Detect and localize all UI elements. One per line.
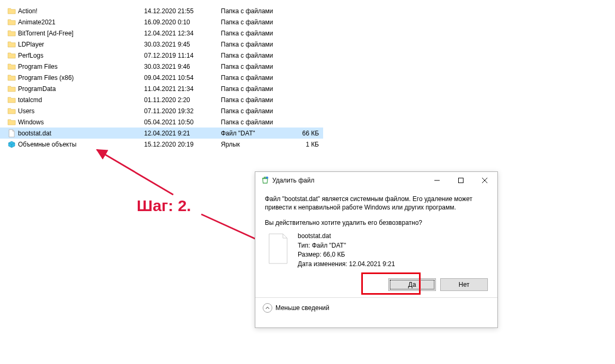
file-type: Папка с файлами	[221, 85, 290, 93]
recycle-bin-icon	[261, 176, 269, 185]
file-name: Program Files (x86)	[17, 74, 144, 81]
folder-icon	[6, 118, 17, 126]
file-icon	[265, 232, 291, 266]
file-type: Папка с файлами	[221, 107, 290, 115]
dialog-footer: Меньше сведений	[255, 297, 497, 318]
file-row[interactable]: Users07.11.2020 19:32Папка с файлами	[0, 105, 323, 116]
file-row[interactable]: Program Files (x86)09.04.2021 10:54Папка…	[0, 72, 323, 83]
file-date: 12.04.2021 9:21	[144, 130, 221, 137]
file-name: totalcmd	[17, 96, 144, 104]
detail-date: Дата изменения: 12.04.2021 9:21	[298, 260, 395, 269]
file-date: 30.03.2021 9:45	[144, 41, 221, 48]
file-name: Action!	[17, 7, 144, 15]
file-type: Ярлык	[221, 141, 290, 148]
file-date: 11.04.2021 21:34	[144, 85, 221, 93]
folder-icon	[6, 85, 17, 93]
folder-icon	[6, 96, 17, 104]
detail-size: Размер: 66,0 КБ	[298, 250, 395, 259]
file-name: Windows	[17, 119, 144, 126]
file-date: 15.12.2020 20:19	[144, 141, 221, 148]
maximize-button[interactable]	[449, 172, 473, 188]
file-name: bootstat.dat	[17, 130, 144, 137]
less-details-link[interactable]: Меньше сведений	[275, 304, 329, 312]
folder-icon	[6, 107, 17, 115]
svg-rect-4	[458, 178, 463, 183]
file-type: Папка с файлами	[221, 63, 290, 70]
file-icon	[6, 129, 17, 138]
file-date: 30.03.2021 9:46	[144, 63, 221, 70]
chevron-up-icon[interactable]	[263, 303, 272, 313]
detail-filename: bootstat.dat	[298, 232, 395, 241]
file-type: Папка с файлами	[221, 74, 290, 81]
file-row[interactable]: totalcmd01.11.2020 2:20Папка с файлами	[0, 94, 323, 105]
file-name: Users	[17, 107, 144, 115]
file-type: Папка с файлами	[221, 7, 290, 15]
file-row[interactable]: Program Files30.03.2021 9:46Папка с файл…	[0, 61, 323, 72]
file-name: Program Files	[17, 63, 144, 70]
file-date: 16.09.2020 0:10	[144, 19, 221, 26]
no-button[interactable]: Нет	[440, 278, 488, 291]
file-name: Animate2021	[17, 19, 144, 26]
folder-icon	[6, 51, 17, 60]
file-type: Папка с файлами	[221, 96, 290, 104]
file-row[interactable]: Объемные объекты15.12.2020 20:19Ярлык1 К…	[0, 139, 323, 150]
folder-icon	[6, 40, 17, 49]
file-date: 05.04.2021 10:50	[144, 119, 221, 126]
file-type: Папка с файлами	[221, 119, 290, 126]
dialog-detail-block: bootstat.dat Тип: Файл "DAT" Размер: 66,…	[265, 232, 488, 269]
dialog-body: Файл "bootstat.dat" является системным ф…	[255, 188, 497, 269]
file-date: 14.12.2020 21:55	[144, 7, 221, 15]
file-date: 12.04.2021 12:34	[144, 30, 221, 37]
file-row[interactable]: BitTorrent [Ad-Free]12.04.2021 12:34Папк…	[0, 28, 323, 39]
file-name: Объемные объекты	[17, 141, 144, 148]
delete-file-dialog: Удалить файл Файл "bootstat.dat" являетс…	[255, 171, 498, 328]
file-row[interactable]: Animate202116.09.2020 0:10Папка с файлам…	[0, 16, 323, 28]
file-list: Action!14.12.2020 21:55Папка с файламиAn…	[0, 0, 323, 150]
file-date: 07.12.2019 11:14	[144, 52, 221, 59]
file-name: BitTorrent [Ad-Free]	[17, 30, 144, 37]
file-type: Папка с файлами	[221, 52, 290, 59]
file-type: Файл "DAT"	[221, 130, 290, 137]
file-row[interactable]: Windows05.04.2021 10:50Папка с файлами	[0, 116, 323, 128]
folder-icon	[6, 62, 17, 71]
file-row[interactable]: PerfLogs07.12.2019 11:14Папка с файлами	[0, 50, 323, 61]
step-annotation: Шаг: 2.	[137, 197, 191, 215]
file-date: 01.11.2020 2:20	[144, 96, 221, 104]
folder-icon	[6, 18, 17, 26]
close-button[interactable]	[473, 172, 496, 188]
file-type: Папка с файлами	[221, 19, 290, 26]
dialog-confirm-text: Вы действительно хотите удалить его безв…	[265, 219, 488, 226]
file-name: LDPlayer	[17, 41, 144, 48]
file-type: Папка с файлами	[221, 41, 290, 48]
file-date: 07.11.2020 19:32	[144, 107, 221, 115]
dialog-warning-text: Файл "bootstat.dat" является системным ф…	[265, 195, 488, 212]
dialog-detail-lines: bootstat.dat Тип: Файл "DAT" Размер: 66,…	[298, 232, 395, 269]
minimize-button[interactable]	[425, 172, 449, 188]
detail-type: Тип: Файл "DAT"	[298, 241, 395, 250]
dialog-titlebar[interactable]: Удалить файл	[255, 172, 497, 188]
file-type: Папка с файлами	[221, 30, 290, 37]
file-name: PerfLogs	[17, 52, 144, 59]
file-row[interactable]: ProgramData11.04.2021 21:34Папка с файла…	[0, 83, 323, 94]
svg-point-2	[266, 177, 268, 179]
3dobjects-icon	[6, 140, 17, 149]
highlight-box-yes	[361, 272, 421, 295]
file-date: 09.04.2021 10:54	[144, 74, 221, 81]
file-row[interactable]: bootstat.dat12.04.2021 9:21Файл "DAT"66 …	[0, 128, 323, 139]
file-name: ProgramData	[17, 85, 144, 93]
svg-line-0	[97, 150, 173, 195]
folder-icon	[6, 7, 17, 15]
file-row[interactable]: Action!14.12.2020 21:55Папка с файлами	[0, 5, 323, 16]
folder-icon	[6, 74, 17, 82]
file-row[interactable]: LDPlayer30.03.2021 9:45Папка с файлами	[0, 39, 323, 50]
dialog-title: Удалить файл	[272, 177, 425, 184]
folder-icon	[6, 29, 17, 38]
file-size: 66 КБ	[290, 130, 319, 137]
file-size: 1 КБ	[290, 141, 319, 148]
